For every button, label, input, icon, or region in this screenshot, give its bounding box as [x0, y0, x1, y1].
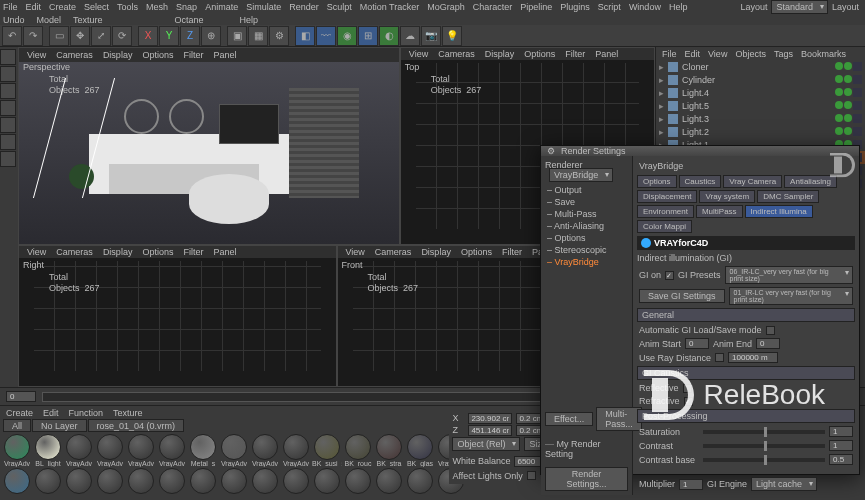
render-output-save[interactable]: – Save: [545, 196, 628, 208]
point-mode-button[interactable]: [0, 83, 16, 99]
vray-tab[interactable]: Vray system: [699, 190, 755, 203]
y-axis-button[interactable]: Y: [159, 26, 179, 46]
material-swatch[interactable]: [126, 468, 156, 494]
tag-icon[interactable]: [853, 62, 862, 71]
menu-snap[interactable]: Snap: [176, 2, 197, 12]
my-render-setting[interactable]: My Render Setting: [545, 439, 601, 459]
vray-tab[interactable]: DMC Sampler: [757, 190, 819, 203]
material-swatch[interactable]: [250, 468, 280, 494]
menu-tools[interactable]: Tools: [117, 2, 138, 12]
menu-select[interactable]: Select: [84, 2, 109, 12]
render-output-options[interactable]: – Options: [545, 232, 628, 244]
material-swatch[interactable]: VrayAdv: [281, 434, 311, 467]
render-output-multipass[interactable]: – Multi-Pass: [545, 208, 628, 220]
scale-button[interactable]: ⤢: [91, 26, 111, 46]
saturation-input[interactable]: [829, 426, 853, 437]
z-axis-button[interactable]: Z: [180, 26, 200, 46]
material-swatch[interactable]: Metal_s: [188, 434, 218, 467]
contrast-slider[interactable]: [703, 444, 825, 448]
vp-menu-display[interactable]: Display: [103, 50, 133, 60]
vray-tabs[interactable]: OptionsCausticsVray CameraAntialiasingDi…: [637, 175, 855, 233]
section-post[interactable]: Post-Processing: [637, 409, 855, 423]
render-settings-button[interactable]: Render Settings...: [545, 467, 628, 491]
obj-menu-file[interactable]: File: [662, 49, 677, 59]
material-swatch[interactable]: VrayAdv: [157, 434, 187, 467]
material-swatch[interactable]: [64, 468, 94, 494]
live-select-button[interactable]: ▭: [49, 26, 69, 46]
menu-plugins[interactable]: Plugins: [560, 2, 590, 12]
menu-file[interactable]: File: [3, 2, 18, 12]
material-swatch[interactable]: BL_light: [33, 434, 63, 467]
material-swatch[interactable]: [33, 468, 63, 494]
vray-tab[interactable]: Color Mappi: [637, 220, 692, 233]
vp-menu-view[interactable]: View: [27, 247, 46, 257]
renderer-dropdown[interactable]: VrayBridge: [549, 168, 613, 182]
multiplier-input[interactable]: [679, 479, 703, 490]
save-gi-dropdown[interactable]: 01_IR-LC very very fast (for big print s…: [729, 287, 853, 305]
render-output-antialiasing[interactable]: – Anti-Aliasing: [545, 220, 628, 232]
tag-icon[interactable]: [853, 114, 862, 123]
vp-menu-filter[interactable]: Filter: [183, 247, 203, 257]
tag-icon[interactable]: [853, 75, 862, 84]
menu-simulate[interactable]: Simulate: [246, 2, 281, 12]
obj-menu-tags[interactable]: Tags: [774, 49, 793, 59]
material-swatch[interactable]: [374, 468, 404, 494]
save-gi-button[interactable]: Save GI Settings: [639, 289, 725, 303]
vp-menu-cameras[interactable]: Cameras: [438, 49, 475, 59]
vp-menu-options[interactable]: Options: [524, 49, 555, 59]
visibility-dot[interactable]: [835, 114, 843, 122]
layout-alt[interactable]: Layout: [832, 2, 859, 12]
render-output-output[interactable]: – Output: [545, 184, 628, 196]
render-output-stereoscopic[interactable]: – Stereoscopic: [545, 244, 628, 256]
contrast-base-input[interactable]: [829, 454, 853, 465]
material-swatch[interactable]: [405, 468, 435, 494]
mat-menu-texture[interactable]: Texture: [113, 408, 143, 418]
vray-tab[interactable]: Antialiasing: [784, 175, 837, 188]
tag-icon[interactable]: [853, 101, 862, 110]
edge-mode-button[interactable]: [0, 100, 16, 116]
polygon-mode-button[interactable]: [0, 117, 16, 133]
material-swatch[interactable]: BK_stra: [374, 434, 404, 467]
render-settings-button[interactable]: ⚙: [269, 26, 289, 46]
object-row[interactable]: ▸Light.4: [656, 86, 865, 99]
vray-tab[interactable]: Vray Camera: [723, 175, 782, 188]
viewport-perspective[interactable]: ViewCamerasDisplayOptionsFilterPanel Per…: [18, 47, 400, 245]
visibility-dot[interactable]: [835, 75, 843, 83]
light-button[interactable]: 💡: [442, 26, 462, 46]
deformer-button[interactable]: ◐: [379, 26, 399, 46]
anim-start-input[interactable]: [685, 338, 709, 349]
object-row[interactable]: ▸Light.2: [656, 125, 865, 138]
material-tab[interactable]: All: [3, 419, 31, 432]
visibility-dot[interactable]: [835, 127, 843, 135]
visibility-dot[interactable]: [835, 88, 843, 96]
material-tab[interactable]: rose_01_04 (0.vrm): [88, 419, 185, 432]
menu-pipeline[interactable]: Pipeline: [520, 2, 552, 12]
redo-button[interactable]: ↷: [23, 26, 43, 46]
vp-menu-view[interactable]: View: [346, 247, 365, 257]
affect-lights-checkbox[interactable]: [527, 471, 536, 480]
world-axis-button[interactable]: ⊕: [201, 26, 221, 46]
material-swatch[interactable]: [281, 468, 311, 494]
vp-menu-display[interactable]: Display: [485, 49, 515, 59]
vp-menu-filter[interactable]: Filter: [565, 49, 585, 59]
material-swatch[interactable]: VrayAdv: [2, 434, 32, 467]
ray-distance-checkbox[interactable]: [715, 353, 724, 362]
layout-dropdown[interactable]: Standard: [771, 0, 828, 14]
object-row[interactable]: ▸Cloner: [656, 60, 865, 73]
visibility-dot[interactable]: [835, 62, 843, 70]
vp-menu-view[interactable]: View: [27, 50, 46, 60]
vp-menu-options[interactable]: Options: [461, 247, 492, 257]
vp-menu-cameras[interactable]: Cameras: [56, 50, 93, 60]
menu-help[interactable]: Help: [669, 2, 688, 12]
vp-menu-filter[interactable]: Filter: [502, 247, 522, 257]
render-settings-dialog[interactable]: ⚙ Render Settings Renderer VrayBridge – …: [540, 145, 860, 475]
object-row[interactable]: ▸Cylinder: [656, 73, 865, 86]
menu-character[interactable]: Character: [473, 2, 513, 12]
coord-x[interactable]: [468, 413, 512, 424]
tag-icon[interactable]: [853, 127, 862, 136]
material-swatch[interactable]: [188, 468, 218, 494]
viewport-right[interactable]: ViewCamerasDisplayOptionsFilterPanel Rig…: [18, 245, 337, 387]
move-button[interactable]: ✥: [70, 26, 90, 46]
gi-on-checkbox[interactable]: [665, 271, 674, 280]
vp-menu-panel[interactable]: Panel: [213, 247, 236, 257]
